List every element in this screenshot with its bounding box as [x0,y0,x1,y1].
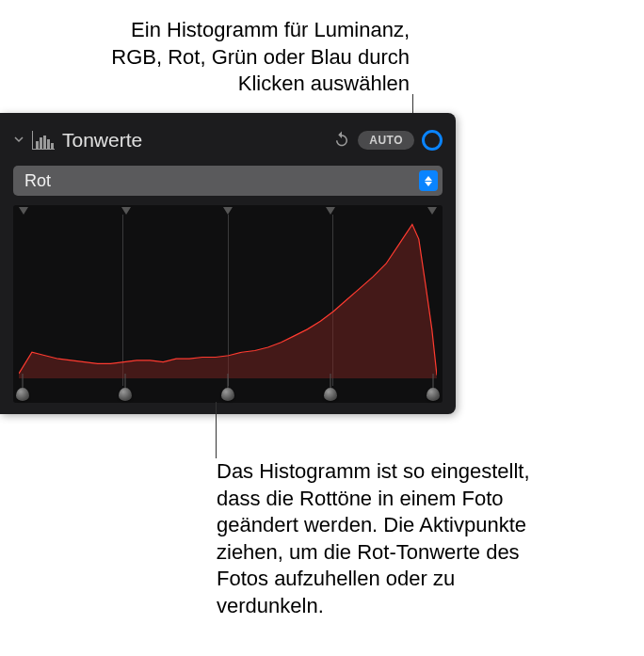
levels-handle[interactable] [119,388,132,401]
histogram-chart [19,215,437,378]
histogram-handles-track [13,384,443,403]
levels-handle[interactable] [324,388,337,401]
updown-arrows-icon [419,170,438,191]
bottom-callout-text: Das Histogramm ist so eingestellt, dass … [217,458,546,620]
top-marker [121,207,131,215]
top-marker [326,207,335,215]
levels-handle[interactable] [427,388,440,401]
enable-toggle[interactable] [422,130,443,151]
top-marker [223,207,233,215]
top-marker [19,207,28,215]
auto-button[interactable]: AUTO [358,131,414,150]
panel-title: Tonwerte [62,129,326,152]
channel-select-value: Rot [24,171,51,191]
levels-handle[interactable] [16,388,29,401]
panel-header: Tonwerte AUTO [13,122,443,158]
histogram-container [13,205,443,403]
levels-handle[interactable] [221,388,234,401]
histogram-icon [32,131,55,150]
channel-select[interactable]: Rot [13,166,443,196]
top-callout-text: Ein Histogramm für Luminanz, RGB, Rot, G… [94,17,410,98]
top-marker [427,207,437,215]
reset-icon[interactable] [333,130,350,152]
chevron-down-icon[interactable] [13,133,24,148]
callout-leader-line [216,402,217,458]
levels-panel: Tonwerte AUTO Rot [0,113,456,414]
